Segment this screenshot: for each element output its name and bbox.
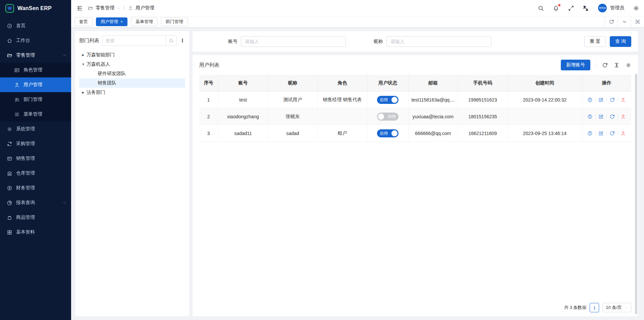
query-button[interactable]: 查 询 xyxy=(610,36,631,47)
sidebar-item-roles[interactable]: 角色管理 xyxy=(0,63,71,77)
pagination: 共 3 条数据 1 10 条/页 xyxy=(199,299,631,312)
sidebar-item-system[interactable]: 系统管理 xyxy=(0,122,71,136)
chevron-up-icon xyxy=(62,53,66,57)
sidebar-item-finance[interactable]: 财务管理 xyxy=(0,181,71,195)
page-size-select[interactable]: 10 条/页 xyxy=(602,303,631,312)
nickname-label: 昵称 xyxy=(374,39,383,45)
tree-node-wansen-robot[interactable]: ▼万森机器人 xyxy=(79,60,185,69)
refresh-icon[interactable] xyxy=(602,62,608,68)
settings-gear-icon[interactable] xyxy=(633,5,639,11)
add-account-button[interactable]: 新增账号 xyxy=(561,60,590,70)
username[interactable]: 管理员 xyxy=(610,5,624,11)
brand[interactable]: W WanSen ERP xyxy=(0,0,71,16)
tab-menu-management[interactable]: 菜单管理 xyxy=(131,17,158,26)
content-fullscreen-button[interactable] xyxy=(631,16,644,27)
sidebar-item-sales[interactable]: 销售管理 xyxy=(0,151,71,166)
account-input[interactable] xyxy=(241,36,346,47)
table-row: 1 test 测试用户 销售经理 销售代表 启用 test1158163a@qq… xyxy=(199,91,631,108)
tree-node-hardware-team[interactable]: 硬件研发团队 xyxy=(79,69,185,78)
row-height-icon[interactable] xyxy=(614,62,620,68)
sidebar-menu: 首页 工作台 零售管理 角色管理 用户管理 部门管理 菜单管理 系统管理 采购管… xyxy=(0,16,71,240)
remove-user-icon[interactable] xyxy=(621,131,626,136)
id-card-icon xyxy=(14,67,20,73)
breadcrumb-current: 用户管理 xyxy=(136,5,154,11)
brand-name: WanSen ERP xyxy=(17,5,52,11)
remove-user-icon[interactable] xyxy=(621,114,626,119)
search-icon[interactable] xyxy=(538,5,544,11)
info-icon[interactable] xyxy=(587,131,593,136)
tree-node-wansen-smart[interactable]: ▶万森智能部门 xyxy=(79,50,185,60)
info-icon[interactable] xyxy=(587,114,593,119)
edit-icon[interactable] xyxy=(598,131,604,136)
toggle-knob xyxy=(391,97,397,103)
column-settings-gear-icon[interactable] xyxy=(626,62,631,68)
sidebar-item-purchase[interactable]: 采购管理 xyxy=(0,136,71,151)
remove-user-icon[interactable] xyxy=(621,97,626,103)
col-index: 序号 xyxy=(199,75,218,91)
sidebar-item-goods[interactable]: 商品管理 xyxy=(0,210,71,225)
more-options-icon[interactable] xyxy=(180,38,185,43)
tab-home[interactable]: 首页 xyxy=(74,17,93,26)
edit-icon[interactable] xyxy=(598,97,604,103)
sidebar-item-departments[interactable]: 部门管理 xyxy=(0,92,71,107)
sidebar-item-retail[interactable]: 零售管理 xyxy=(0,48,71,63)
reset-password-icon[interactable] xyxy=(609,114,615,119)
col-status: 用户状态 xyxy=(367,75,408,91)
filter-bar: 账号 昵称 重 置 查 询 xyxy=(193,31,638,52)
scrollbar[interactable] xyxy=(635,74,637,314)
sidebar-item-basic-data[interactable]: 基本资料 xyxy=(0,225,71,240)
notifications-button[interactable] xyxy=(553,5,559,11)
col-created: 创建时间 xyxy=(507,75,582,91)
user-list-title: 用户列表 xyxy=(199,62,219,68)
filter-account: 账号 xyxy=(228,36,346,47)
sidebar-item-warehouse[interactable]: 仓库管理 xyxy=(0,166,71,181)
info-icon[interactable] xyxy=(587,97,593,103)
close-icon[interactable]: × xyxy=(120,20,123,24)
page-button[interactable]: 1 xyxy=(590,303,599,312)
pie-chart-icon xyxy=(7,200,12,206)
status-toggle[interactable]: 启用 xyxy=(377,96,398,104)
translate-icon[interactable] xyxy=(583,5,589,11)
col-roles: 角色 xyxy=(317,75,367,91)
caret-down-icon[interactable]: ▼ xyxy=(80,63,87,66)
reset-password-icon[interactable] xyxy=(609,97,615,103)
sidebar-item-menus[interactable]: 菜单管理 xyxy=(0,107,71,122)
sidebar-collapse-icon[interactable] xyxy=(76,5,83,11)
department-search-input[interactable] xyxy=(103,38,166,43)
caret-right-icon[interactable]: ▶ xyxy=(80,53,87,57)
department-search xyxy=(102,35,177,46)
notification-badge xyxy=(558,4,560,6)
user-list-card: 用户列表 新增账号 xyxy=(193,55,638,316)
reload-icon xyxy=(609,19,614,24)
sidebar-item-workbench[interactable]: 工作台 xyxy=(0,33,71,48)
sync-icon xyxy=(7,141,12,147)
sidebar-item-home[interactable]: 首页 xyxy=(0,18,71,33)
table-row: 3 sadad11 sadad 租户 启用 666666@qq.com 1662… xyxy=(199,125,631,142)
tab-user-management[interactable]: 用户管理× xyxy=(96,17,127,26)
fullscreen-icon[interactable] xyxy=(568,5,574,11)
account-label: 账号 xyxy=(228,39,237,45)
status-toggle[interactable]: 停用 xyxy=(377,113,398,121)
sidebar-item-reports[interactable]: 报表查询 xyxy=(0,195,71,210)
chevron-down-icon[interactable] xyxy=(117,6,120,10)
nickname-input[interactable] xyxy=(386,36,491,47)
avatar[interactable]: 管理员 xyxy=(598,4,607,12)
search-icon xyxy=(169,38,174,43)
refresh-tab-button[interactable] xyxy=(605,16,618,27)
tab-options-button[interactable] xyxy=(618,16,631,27)
tree-node-legal[interactable]: ▶法务部门 xyxy=(79,88,185,97)
sidebar-item-users[interactable]: 用户管理 xyxy=(0,77,71,92)
breadcrumb-parent[interactable]: 零售管理 xyxy=(96,5,114,11)
tab-dept-management[interactable]: 部门管理 xyxy=(161,17,188,26)
caret-right-icon[interactable]: ▶ xyxy=(80,91,87,94)
tree-node-sales-team[interactable]: 销售团队 xyxy=(79,78,185,88)
menu-lines-icon xyxy=(14,112,20,117)
department-search-button[interactable] xyxy=(166,36,176,46)
status-toggle[interactable]: 启用 xyxy=(377,129,398,137)
toggle-knob xyxy=(391,130,397,136)
reset-button[interactable]: 重 置 xyxy=(584,36,606,47)
reset-password-icon[interactable] xyxy=(609,131,615,136)
table-row: 2 xiaodongzhang 张晓东 停用 yuxiuaa@tecia.com… xyxy=(199,108,631,125)
col-account: 账号 xyxy=(218,75,268,91)
edit-icon[interactable] xyxy=(598,114,604,119)
